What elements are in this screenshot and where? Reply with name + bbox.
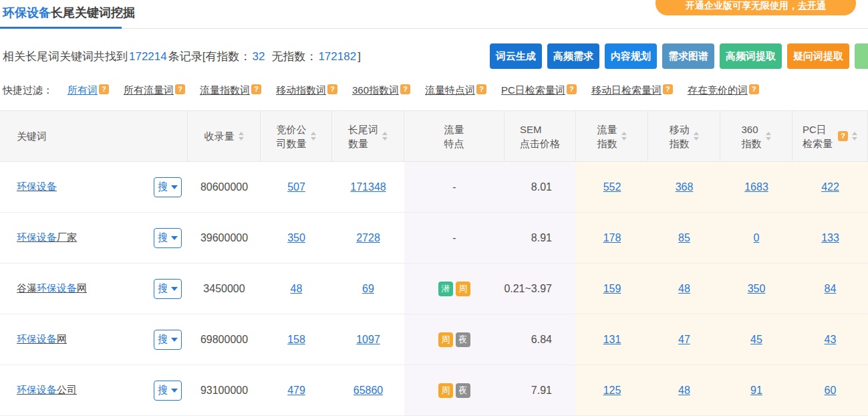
action-button-partial[interactable] (855, 43, 868, 69)
keyword-search-dropdown[interactable]: 搜 (154, 177, 182, 197)
flow-index-link[interactable]: 131 (603, 334, 621, 346)
flow-index-link[interactable]: 159 (603, 283, 621, 295)
help-icon[interactable]: ? (327, 84, 337, 94)
pc-daily-search-link[interactable]: 84 (825, 283, 837, 295)
mobile-index-link[interactable]: 47 (678, 334, 690, 346)
keyword-cell: 环保设备网搜 (0, 314, 188, 365)
search-button-label: 搜 (158, 333, 168, 346)
search-button-label: 搜 (158, 181, 168, 193)
sort-arrows-icon[interactable] (311, 132, 316, 140)
action-button[interactable]: 内容规划 (605, 43, 657, 69)
help-icon[interactable]: ? (567, 84, 577, 94)
column-header: 竞价公司数量 (261, 111, 332, 161)
sort-arrows-icon[interactable] (382, 132, 388, 140)
keyword-match: 环保设备 (17, 181, 57, 192)
pc-daily-search-link[interactable]: 43 (825, 334, 837, 346)
keyword-link[interactable]: 环保设备 (17, 181, 57, 193)
bid-companies-link-cell: 479 (261, 365, 332, 415)
keyword-link[interactable]: 环保设备网 (17, 333, 67, 346)
filter-link[interactable]: 所有词 (67, 84, 98, 97)
filter-link[interactable]: 移动日检索量词 (591, 84, 662, 97)
keyword-post: 公司 (57, 384, 77, 395)
traffic-feature-cell: 周夜 (404, 314, 504, 365)
filter-link[interactable]: 移动指数词 (276, 84, 326, 97)
index-360-link[interactable]: 1683 (744, 181, 768, 193)
action-button[interactable]: 需求图谱 (662, 43, 714, 69)
filter-link[interactable]: 存在竞价的词 (688, 84, 748, 97)
bid-companies-link[interactable]: 350 (287, 232, 305, 244)
bid-companies-link[interactable]: 48 (291, 283, 303, 295)
action-button[interactable]: 高频需求 (547, 43, 599, 69)
sem-price: 8.01 (531, 181, 552, 193)
keyword-cell: 环保设备厂家搜 (0, 213, 188, 263)
mobile-index-link[interactable]: 48 (678, 283, 690, 295)
help-icon[interactable]: ? (838, 131, 848, 141)
help-icon[interactable]: ? (476, 84, 486, 94)
keyword-cell: 环保设备搜 (0, 162, 188, 212)
keyword-search-dropdown[interactable]: 搜 (154, 381, 182, 401)
keyword-link[interactable]: 环保设备厂家 (17, 231, 77, 244)
mobile-index-link[interactable]: 48 (678, 385, 690, 397)
help-icon[interactable]: ? (251, 84, 261, 94)
column-header: 关键词 (0, 111, 188, 161)
filter-item: 移动指数词? (276, 84, 337, 97)
filter-link[interactable]: 所有流量词 (124, 84, 174, 97)
action-button[interactable]: 疑问词提取 (787, 43, 849, 69)
sort-arrows-icon[interactable] (621, 132, 627, 140)
keyword-search-dropdown[interactable]: 搜 (154, 330, 182, 350)
pc-daily-search-link[interactable]: 60 (825, 385, 837, 397)
action-button[interactable]: 高频词提取 (720, 43, 782, 69)
keyword-link[interactable]: 谷瀑环保设备网 (17, 282, 87, 295)
bid-companies-link[interactable]: 479 (287, 385, 305, 397)
longtail-count-link[interactable]: 69 (362, 283, 374, 295)
help-icon[interactable]: ? (749, 84, 759, 94)
mobile-index-link[interactable]: 85 (678, 232, 690, 244)
pc-daily-search-link[interactable]: 422 (821, 181, 839, 193)
filter-link[interactable]: 360指数词 (352, 84, 399, 97)
bid-companies-link[interactable]: 158 (287, 334, 305, 346)
longtail-count-link[interactable]: 1097 (356, 334, 380, 346)
traffic-badge: 周 (438, 332, 453, 347)
index-360-link[interactable]: 350 (748, 283, 766, 295)
flow-index-link-cell: 552 (576, 162, 648, 212)
help-icon[interactable]: ? (663, 84, 673, 94)
flow-index-link[interactable]: 125 (603, 385, 621, 397)
action-button[interactable]: 词云生成 (490, 43, 542, 69)
longtail-count-link[interactable]: 2728 (356, 232, 380, 244)
help-icon[interactable]: ? (99, 84, 109, 94)
sort-arrows-icon[interactable] (852, 132, 857, 140)
index-360-link[interactable]: 0 (754, 232, 760, 244)
sort-arrows-icon[interactable] (239, 132, 244, 140)
sort-arrows-icon[interactable] (694, 132, 699, 140)
filter-link[interactable]: 流量特点词 (425, 84, 475, 97)
upgrade-enterprise-button[interactable]: 开通企业版可享无限使用，去开通 (656, 0, 856, 15)
filter-link[interactable]: PC日检索量词 (501, 84, 565, 97)
index-360-link[interactable]: 45 (750, 334, 762, 346)
keyword-match: 环保设备 (17, 333, 57, 344)
mobile-index-link[interactable]: 368 (676, 181, 694, 193)
with-index-count: 32 (252, 50, 265, 63)
help-icon[interactable]: ? (400, 84, 410, 94)
help-icon[interactable]: ? (175, 84, 185, 94)
upgrade-link[interactable]: 去开通 (798, 0, 826, 12)
filter-link[interactable]: 流量指数词 (200, 84, 250, 97)
bid-companies-link-cell: 158 (261, 314, 332, 365)
index-360-link[interactable]: 91 (750, 385, 762, 397)
column-header-label: PC日检索量 (803, 122, 833, 150)
column-header-label: SEM点击价格 (520, 122, 560, 150)
bid-companies-link[interactable]: 507 (287, 181, 305, 193)
sort-arrows-icon[interactable] (766, 132, 771, 140)
keyword-search-dropdown[interactable]: 搜 (154, 228, 182, 248)
keyword-match: 环保设备 (37, 282, 77, 294)
filter-item: 所有词? (67, 84, 109, 97)
flow-index-link[interactable]: 552 (603, 181, 621, 193)
longtail-count-link[interactable]: 65860 (353, 385, 384, 397)
quick-filter-label: 快捷过滤： (3, 84, 53, 97)
keyword-match: 环保设备 (17, 384, 57, 395)
longtail-count-link[interactable]: 171348 (350, 181, 386, 193)
keyword-search-dropdown[interactable]: 搜 (154, 279, 182, 299)
included-count-cell: 3450000 (188, 264, 261, 314)
pc-daily-search-link[interactable]: 133 (821, 232, 839, 244)
keyword-link[interactable]: 环保设备公司 (17, 384, 77, 397)
flow-index-link[interactable]: 178 (603, 232, 621, 244)
